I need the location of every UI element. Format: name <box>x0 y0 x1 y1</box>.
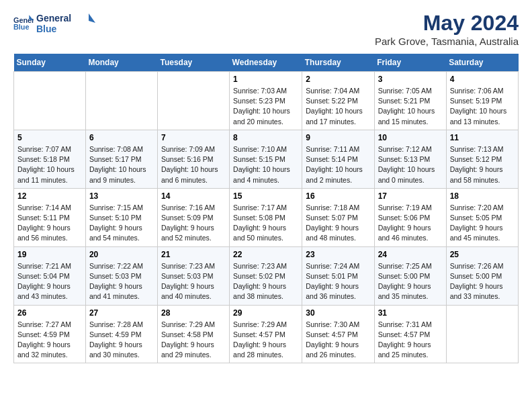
calendar-cell <box>85 72 157 130</box>
logo: General Blue General Blue <box>13 11 97 35</box>
calendar-cell: 8Sunrise: 7:10 AM Sunset: 5:15 PM Daylig… <box>230 130 302 188</box>
day-number: 14 <box>161 191 226 201</box>
calendar-cell: 5Sunrise: 7:07 AM Sunset: 5:18 PM Daylig… <box>14 130 86 188</box>
day-number: 21 <box>161 250 226 259</box>
calendar-cell: 7Sunrise: 7:09 AM Sunset: 5:16 PM Daylig… <box>157 130 229 188</box>
calendar-cell: 19Sunrise: 7:21 AM Sunset: 5:04 PM Dayli… <box>14 246 86 305</box>
calendar-cell: 21Sunrise: 7:23 AM Sunset: 5:03 PM Dayli… <box>157 246 229 305</box>
location-subtitle: Park Grove, Tasmania, Australia <box>375 36 519 47</box>
calendar-cell: 4Sunrise: 7:06 AM Sunset: 5:19 PM Daylig… <box>446 72 518 130</box>
day-info: Sunrise: 7:15 AM Sunset: 5:10 PM Dayligh… <box>89 203 154 244</box>
calendar-week-row: 19Sunrise: 7:21 AM Sunset: 5:04 PM Dayli… <box>14 246 519 305</box>
calendar-cell: 26Sunrise: 7:27 AM Sunset: 4:59 PM Dayli… <box>14 305 86 363</box>
day-number: 3 <box>378 75 443 84</box>
title-block: May 2024 Park Grove, Tasmania, Australia <box>375 11 519 47</box>
day-number: 26 <box>17 308 82 318</box>
calendar-cell: 24Sunrise: 7:25 AM Sunset: 5:00 PM Dayli… <box>374 246 446 305</box>
logo-icon: General Blue <box>13 13 34 33</box>
day-info: Sunrise: 7:08 AM Sunset: 5:17 PM Dayligh… <box>89 144 154 185</box>
day-info: Sunrise: 7:04 AM Sunset: 5:22 PM Dayligh… <box>306 86 370 127</box>
day-info: Sunrise: 7:17 AM Sunset: 5:08 PM Dayligh… <box>233 203 298 244</box>
calendar-cell: 1Sunrise: 7:03 AM Sunset: 5:23 PM Daylig… <box>230 72 302 130</box>
day-number: 1 <box>233 75 298 84</box>
calendar-cell: 15Sunrise: 7:17 AM Sunset: 5:08 PM Dayli… <box>230 188 302 246</box>
day-info: Sunrise: 7:29 AM Sunset: 4:57 PM Dayligh… <box>233 320 298 361</box>
weekday-header: Sunday <box>14 54 86 72</box>
day-number: 18 <box>450 191 515 201</box>
day-info: Sunrise: 7:10 AM Sunset: 5:15 PM Dayligh… <box>233 144 298 185</box>
calendar-cell: 25Sunrise: 7:26 AM Sunset: 5:00 PM Dayli… <box>446 246 518 305</box>
day-info: Sunrise: 7:19 AM Sunset: 5:06 PM Dayligh… <box>378 203 443 244</box>
calendar-header: SundayMondayTuesdayWednesdayThursdayFrid… <box>14 54 519 72</box>
day-info: Sunrise: 7:23 AM Sunset: 5:03 PM Dayligh… <box>161 261 226 302</box>
day-info: Sunrise: 7:06 AM Sunset: 5:19 PM Dayligh… <box>450 86 515 127</box>
header: General Blue General Blue May 2024 Park … <box>13 11 519 47</box>
calendar-cell: 27Sunrise: 7:28 AM Sunset: 4:59 PM Dayli… <box>85 305 157 363</box>
weekday-header: Tuesday <box>157 54 229 72</box>
calendar-cell <box>446 305 518 363</box>
day-number: 11 <box>450 133 515 142</box>
day-number: 7 <box>161 133 226 142</box>
calendar-cell: 11Sunrise: 7:13 AM Sunset: 5:12 PM Dayli… <box>446 130 518 188</box>
day-info: Sunrise: 7:29 AM Sunset: 4:58 PM Dayligh… <box>161 320 226 361</box>
weekday-header: Wednesday <box>230 54 302 72</box>
calendar-week-row: 26Sunrise: 7:27 AM Sunset: 4:59 PM Dayli… <box>14 305 519 363</box>
day-info: Sunrise: 7:12 AM Sunset: 5:13 PM Dayligh… <box>378 144 443 185</box>
day-info: Sunrise: 7:24 AM Sunset: 5:01 PM Dayligh… <box>306 261 370 302</box>
day-number: 28 <box>161 308 226 318</box>
day-info: Sunrise: 7:26 AM Sunset: 5:00 PM Dayligh… <box>450 261 515 302</box>
calendar-cell: 18Sunrise: 7:20 AM Sunset: 5:05 PM Dayli… <box>446 188 518 246</box>
svg-marker-5 <box>89 13 95 23</box>
day-number: 15 <box>233 191 298 201</box>
calendar-cell: 31Sunrise: 7:31 AM Sunset: 4:57 PM Dayli… <box>374 305 446 363</box>
day-number: 8 <box>233 133 298 142</box>
day-number: 30 <box>306 308 370 318</box>
calendar-cell: 30Sunrise: 7:30 AM Sunset: 4:57 PM Dayli… <box>302 305 374 363</box>
day-info: Sunrise: 7:20 AM Sunset: 5:05 PM Dayligh… <box>450 203 515 244</box>
calendar-cell: 2Sunrise: 7:04 AM Sunset: 5:22 PM Daylig… <box>302 72 374 130</box>
weekday-header: Saturday <box>446 54 518 72</box>
calendar-cell: 14Sunrise: 7:16 AM Sunset: 5:09 PM Dayli… <box>157 188 229 246</box>
day-number: 13 <box>89 191 154 201</box>
day-info: Sunrise: 7:09 AM Sunset: 5:16 PM Dayligh… <box>161 144 226 185</box>
day-number: 23 <box>306 250 370 259</box>
day-number: 4 <box>450 75 515 84</box>
day-number: 19 <box>17 250 82 259</box>
day-info: Sunrise: 7:14 AM Sunset: 5:11 PM Dayligh… <box>17 203 82 244</box>
calendar-table: SundayMondayTuesdayWednesdayThursdayFrid… <box>13 54 519 363</box>
day-info: Sunrise: 7:30 AM Sunset: 4:57 PM Dayligh… <box>306 320 370 361</box>
day-info: Sunrise: 7:05 AM Sunset: 5:21 PM Dayligh… <box>378 86 443 127</box>
day-info: Sunrise: 7:27 AM Sunset: 4:59 PM Dayligh… <box>17 320 82 361</box>
calendar-cell: 3Sunrise: 7:05 AM Sunset: 5:21 PM Daylig… <box>374 72 446 130</box>
logo-text: General Blue <box>36 11 97 35</box>
day-info: Sunrise: 7:13 AM Sunset: 5:12 PM Dayligh… <box>450 144 515 185</box>
day-number: 5 <box>17 133 82 142</box>
calendar-week-row: 1Sunrise: 7:03 AM Sunset: 5:23 PM Daylig… <box>14 72 519 130</box>
day-info: Sunrise: 7:22 AM Sunset: 5:03 PM Dayligh… <box>89 261 154 302</box>
day-number: 20 <box>89 250 154 259</box>
calendar-cell: 20Sunrise: 7:22 AM Sunset: 5:03 PM Dayli… <box>85 246 157 305</box>
calendar-title: May 2024 <box>375 11 519 36</box>
day-info: Sunrise: 7:11 AM Sunset: 5:14 PM Dayligh… <box>306 144 370 185</box>
day-number: 2 <box>306 75 370 84</box>
weekday-header: Monday <box>85 54 157 72</box>
day-number: 12 <box>17 191 82 201</box>
calendar-cell: 10Sunrise: 7:12 AM Sunset: 5:13 PM Dayli… <box>374 130 446 188</box>
day-info: Sunrise: 7:28 AM Sunset: 4:59 PM Dayligh… <box>89 320 154 361</box>
calendar-cell: 28Sunrise: 7:29 AM Sunset: 4:58 PM Dayli… <box>157 305 229 363</box>
svg-text:Blue: Blue <box>36 24 57 34</box>
day-info: Sunrise: 7:16 AM Sunset: 5:09 PM Dayligh… <box>161 203 226 244</box>
calendar-cell: 12Sunrise: 7:14 AM Sunset: 5:11 PM Dayli… <box>14 188 86 246</box>
day-number: 22 <box>233 250 298 259</box>
calendar-cell: 17Sunrise: 7:19 AM Sunset: 5:06 PM Dayli… <box>374 188 446 246</box>
calendar-cell: 23Sunrise: 7:24 AM Sunset: 5:01 PM Dayli… <box>302 246 374 305</box>
calendar-cell <box>14 72 86 130</box>
calendar-week-row: 5Sunrise: 7:07 AM Sunset: 5:18 PM Daylig… <box>14 130 519 188</box>
calendar-body: 1Sunrise: 7:03 AM Sunset: 5:23 PM Daylig… <box>14 72 519 363</box>
calendar-cell: 22Sunrise: 7:23 AM Sunset: 5:02 PM Dayli… <box>230 246 302 305</box>
calendar-cell: 9Sunrise: 7:11 AM Sunset: 5:14 PM Daylig… <box>302 130 374 188</box>
svg-text:Blue: Blue <box>13 23 29 31</box>
calendar-cell: 16Sunrise: 7:18 AM Sunset: 5:07 PM Dayli… <box>302 188 374 246</box>
calendar-cell: 29Sunrise: 7:29 AM Sunset: 4:57 PM Dayli… <box>230 305 302 363</box>
day-number: 10 <box>378 133 443 142</box>
